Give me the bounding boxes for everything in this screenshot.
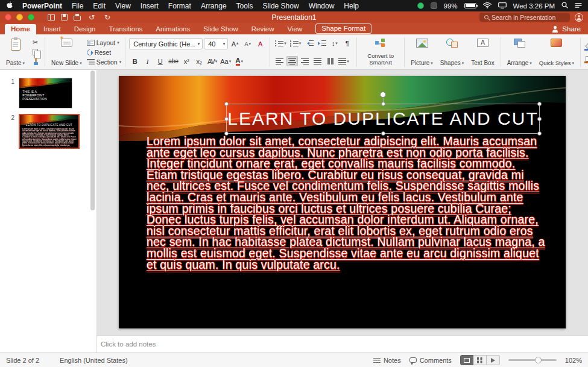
tab-animations[interactable]: Animations (150, 24, 196, 34)
menu-insert[interactable]: Insert (141, 2, 159, 10)
comments-toggle-button[interactable]: Comments (409, 357, 452, 364)
columns-button[interactable] (324, 56, 336, 66)
numbering-button[interactable]: ▾ (289, 38, 303, 48)
increase-indent-button[interactable] (316, 38, 327, 48)
reset-button[interactable]: Reset (87, 48, 122, 57)
redo-icon[interactable]: ↻ (103, 13, 112, 22)
shrink-font-button[interactable]: A▾ (242, 39, 253, 49)
menu-format[interactable]: Format (168, 2, 191, 10)
notes-toggle-button[interactable]: Notes (373, 357, 401, 364)
tab-home[interactable]: Home (5, 24, 36, 34)
account-icon[interactable] (575, 13, 583, 22)
menu-arrange[interactable]: Arrange (201, 2, 227, 10)
quick-styles-button[interactable]: Quick Styles▾ (537, 37, 577, 67)
panel-scrollbar[interactable] (90, 71, 95, 210)
fullscreen-button[interactable] (28, 14, 34, 20)
line-spacing-button[interactable]: ↕▾ (329, 38, 340, 48)
slide-title-text[interactable]: LEARN TO DUPLICATE AND CUT (227, 108, 538, 129)
convert-to-smartart-button[interactable]: Convert to SmartArt (361, 37, 400, 67)
decrease-indent-button[interactable] (303, 38, 315, 48)
justify-button[interactable] (312, 56, 323, 66)
slide-sorter-view-button[interactable] (473, 355, 487, 365)
font-color-button[interactable]: A▾ (233, 56, 245, 66)
battery-icon[interactable] (464, 3, 476, 8)
undo-icon[interactable]: ↺ (87, 13, 96, 22)
search-box[interactable]: Search in Presentation (479, 13, 570, 22)
menubar-clock[interactable]: Wed 3:26 PM (513, 2, 555, 10)
font-size-select[interactable]: 40▾ (204, 38, 228, 49)
close-button[interactable] (5, 14, 11, 20)
menu-app-name[interactable]: PowerPoint (22, 2, 62, 10)
print-icon[interactable] (74, 16, 81, 20)
tab-transitions[interactable]: Transitions (103, 24, 149, 34)
resize-handle-e[interactable] (537, 117, 542, 121)
normal-view-button[interactable] (460, 355, 473, 365)
text-box-button[interactable]: Text Box (469, 37, 496, 67)
align-left-button[interactable] (274, 56, 285, 66)
menu-tools[interactable]: Tools (236, 2, 253, 10)
cut-button[interactable]: ✂ (30, 38, 41, 48)
subscript-button[interactable]: x₂ (194, 56, 205, 66)
change-case-button[interactable]: Aa▾ (219, 56, 232, 66)
rotation-handle[interactable] (380, 92, 386, 98)
resize-handle-ne[interactable] (537, 102, 542, 106)
menu-window[interactable]: Window (309, 2, 335, 10)
align-text-button[interactable]: ▾ (337, 56, 350, 66)
tab-view[interactable]: View (282, 24, 309, 34)
arrange-button[interactable]: Arrange▾ (505, 37, 534, 67)
clear-formatting-button[interactable]: A (254, 39, 266, 49)
zoom-level[interactable]: 102% (565, 357, 582, 364)
underline-button[interactable]: U (154, 56, 166, 66)
menu-view[interactable]: View (115, 2, 131, 10)
menubar-extra-green-icon[interactable] (417, 2, 424, 9)
spotlight-icon[interactable] (561, 2, 568, 10)
grow-font-button[interactable]: A▾ (229, 39, 241, 49)
text-direction-button[interactable]: ¶ (341, 38, 353, 48)
shape-outline-button[interactable]: Shape Outline▾ (584, 54, 588, 63)
character-spacing-button[interactable]: AV▾ (206, 56, 218, 66)
save-icon[interactable] (61, 14, 68, 20)
italic-button[interactable]: I (142, 56, 153, 66)
resize-handle-nw[interactable] (224, 102, 229, 106)
menubar-extra-app-icon[interactable] (431, 2, 437, 9)
tab-shape-format[interactable]: Shape Format (315, 24, 371, 34)
strikethrough-button[interactable]: abe (167, 56, 180, 66)
slide-body-text[interactable]: Lorem ipsum dolor sit amet, consectetur … (147, 136, 546, 270)
slide-canvas[interactable]: LEARN TO DUPLICATE AND CUT Lorem ipsum d… (119, 76, 566, 328)
align-right-button[interactable] (299, 56, 311, 66)
menu-edit[interactable]: Edit (93, 2, 106, 10)
title-text-box[interactable]: LEARN TO DUPLICATE AND CUT (226, 104, 540, 134)
shapes-button[interactable]: Shapes▾ (438, 37, 466, 67)
layout-button[interactable]: Layout▾ (87, 38, 122, 47)
resize-handle-se[interactable] (537, 131, 542, 136)
wifi-icon[interactable] (483, 2, 492, 10)
resize-handle-w[interactable] (224, 117, 229, 121)
notes-pane[interactable]: Click to add notes (97, 335, 588, 353)
slide-2-thumbnail[interactable]: LEARN TO DUPLICATE AND CUT Lorem ipsum d… (19, 114, 80, 149)
tab-review[interactable]: Review (245, 24, 280, 34)
bold-button[interactable]: B (129, 56, 141, 66)
zoom-slider-knob[interactable] (535, 357, 542, 363)
tab-slide-show[interactable]: Slide Show (197, 24, 244, 34)
menu-file[interactable]: File (72, 2, 83, 10)
menu-slide-show[interactable]: Slide Show (263, 2, 299, 10)
align-center-button[interactable] (286, 56, 298, 66)
picture-button[interactable]: Picture▾ (408, 37, 435, 67)
new-slide-button[interactable]: New Slide▾ (49, 37, 84, 67)
paste-button[interactable]: Paste▾ (4, 37, 27, 67)
shape-fill-button[interactable]: Shape Fill▾ (584, 42, 588, 51)
copy-button[interactable] (30, 48, 41, 57)
notification-center-icon[interactable] (575, 2, 582, 10)
font-name-select[interactable]: Century Gothic (He...▾ (129, 38, 203, 49)
display-mirroring-icon[interactable] (498, 2, 507, 10)
resize-handle-n[interactable] (381, 102, 385, 106)
slide-1-thumbnail[interactable]: THIS IS A POWERPOINT PRESENTATION (19, 78, 72, 108)
tab-insert[interactable]: Insert (37, 24, 67, 34)
minimize-button[interactable] (16, 14, 23, 20)
bullets-button[interactable]: ▾ (274, 38, 288, 48)
language-status[interactable]: English (United States) (60, 357, 128, 364)
section-button[interactable]: Section▾ (87, 57, 122, 66)
tab-design[interactable]: Design (68, 24, 102, 34)
zoom-slider[interactable] (508, 359, 557, 361)
superscript-button[interactable]: x² (181, 56, 192, 66)
